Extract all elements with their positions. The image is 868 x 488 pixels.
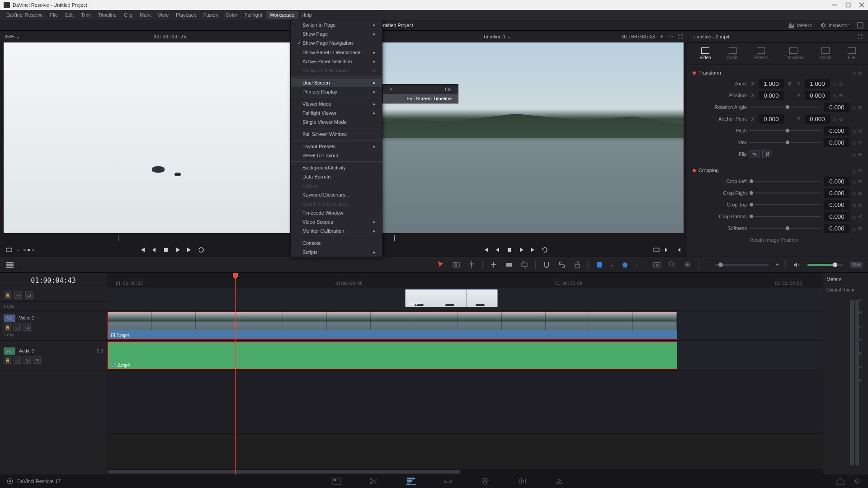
timeline-ruler[interactable]: 01:00:00:0001:00:08:0001:00:16:0001:00:2… <box>107 273 823 288</box>
zoom-out-button[interactable]: − <box>705 262 708 268</box>
track-enable-icon[interactable]: ▢ <box>24 324 31 331</box>
menu-item-layout-presets[interactable]: Layout Presets▸ <box>291 142 382 151</box>
track-enable-icon[interactable]: ▢ <box>25 291 33 299</box>
custom-zoom-button[interactable] <box>683 260 692 269</box>
source-scrubber[interactable] <box>4 235 340 241</box>
keyframe-diamond-icon[interactable]: ◇ <box>833 93 837 98</box>
cut-page-button[interactable] <box>369 477 379 485</box>
menu-item-monitor-calibration[interactable]: Monitor Calibration▸ <box>291 226 382 235</box>
menu-item-single-viewer-mode[interactable]: Single Viewer Mode <box>291 117 382 127</box>
reset-icon[interactable]: ⟲ <box>858 105 863 109</box>
menu-workspace[interactable]: Workspace <box>266 11 298 19</box>
fairlight-page-button[interactable] <box>517 477 527 485</box>
mute-button[interactable]: M <box>33 357 41 364</box>
menu-item-scripts[interactable]: Scripts▸ <box>291 248 382 257</box>
menu-mark[interactable]: Mark <box>136 11 154 19</box>
menu-item-fairlight-viewer[interactable]: Fairlight Viewer▸ <box>291 108 382 117</box>
keyframe-diamond-icon[interactable]: ◇ <box>833 117 837 121</box>
crop-left-input[interactable] <box>824 177 849 186</box>
loop-button[interactable] <box>541 246 548 253</box>
menu-item-console[interactable]: Console <box>291 239 382 248</box>
first-frame-button[interactable] <box>139 246 146 253</box>
program-timeline-name[interactable]: Timeline 1 ⌄ <box>483 34 511 40</box>
selection-tool[interactable] <box>436 260 445 269</box>
zoom-x-input[interactable] <box>759 79 784 89</box>
menu-help[interactable]: Help <box>298 11 316 19</box>
a1-lane[interactable]: 🔊 2.mp4 <box>107 341 823 371</box>
edit-page-button[interactable] <box>406 477 416 485</box>
enable-dot-icon[interactable] <box>693 169 696 172</box>
menu-item-dual-screen[interactable]: Dual Screen▸ <box>291 78 382 87</box>
keyframe-diamond-icon[interactable]: ◇ <box>852 152 857 156</box>
menu-playback[interactable]: Playback <box>172 11 200 19</box>
menu-fusion[interactable]: Fusion <box>200 11 222 19</box>
stop-button[interactable] <box>506 246 513 253</box>
link-icon[interactable] <box>787 80 793 87</box>
reset-icon[interactable]: ⟲ <box>858 202 863 207</box>
source-canvas[interactable] <box>4 42 340 233</box>
keyframe-diamond-icon[interactable]: ◇ <box>852 191 857 195</box>
reset-icon[interactable]: ⟲ <box>858 179 863 183</box>
snapping-toggle[interactable] <box>542 260 551 269</box>
v1-clip[interactable]: 🎞 2.mp4 <box>108 312 677 339</box>
keyframe-diamond-icon[interactable]: ◇ <box>852 214 857 219</box>
inspector-toggle[interactable]: Inspector <box>820 22 849 28</box>
project-settings-button[interactable] <box>852 477 862 485</box>
reset-icon[interactable]: ⟲ <box>839 117 843 121</box>
reset-icon[interactable]: ⟲ <box>858 70 863 75</box>
deliver-page-button[interactable] <box>554 477 564 485</box>
menu-item-viewer-mode[interactable]: Viewer Mode▸ <box>291 99 382 108</box>
media-page-button[interactable] <box>332 477 342 485</box>
zoom-in-button[interactable]: + <box>775 262 778 268</box>
keyframe-diamond-icon[interactable]: ◇ <box>852 70 857 75</box>
v1-lane[interactable]: 🎞 2.mp4 <box>107 311 823 341</box>
program-scrubber[interactable] <box>347 235 684 241</box>
rotation-input[interactable] <box>824 103 849 112</box>
menu-item-show-page-navigation[interactable]: ✓Show Page Navigation <box>291 38 382 48</box>
menu-item-full-screen-window[interactable]: Full Screen Window <box>291 130 382 139</box>
submenu-item-full-screen-timeline[interactable]: Full Screen Timeline <box>383 94 458 103</box>
menu-timeline[interactable]: Timeline <box>94 11 120 19</box>
v1-badge[interactable]: V1 <box>4 314 15 322</box>
reset-icon[interactable]: ⟲ <box>858 168 863 173</box>
keyframe-diamond-icon[interactable]: ◇ <box>852 105 857 109</box>
rotation-slider[interactable] <box>750 107 821 108</box>
inspector-tab-file[interactable]: File <box>848 47 856 60</box>
keyframe-diamond-icon[interactable]: ◇ <box>852 128 857 133</box>
marker-button[interactable] <box>620 260 629 269</box>
reset-icon[interactable]: ⟲ <box>839 93 843 98</box>
menu-item-timecode-window[interactable]: Timecode Window <box>291 208 382 217</box>
track-auto-select-icon[interactable]: ▭ <box>14 324 21 331</box>
stop-button[interactable] <box>162 246 170 253</box>
floating-clip[interactable]: 3.mp4 <box>405 289 498 307</box>
inspector-expand-icon[interactable]: ⛶ <box>858 34 863 39</box>
keyframe-diamond-icon[interactable]: ◇ <box>852 202 857 207</box>
inspector-tab-image[interactable]: Image <box>819 47 832 60</box>
pitch-input[interactable] <box>824 126 849 136</box>
prev-frame-button[interactable] <box>151 246 158 253</box>
source-dots[interactable] <box>24 249 34 251</box>
track-auto-select-icon[interactable]: ▭ <box>14 291 22 299</box>
solo-button[interactable]: S <box>24 357 31 364</box>
crop-bottom-input[interactable] <box>824 212 849 221</box>
ellipsis-icon[interactable]: ⋯ <box>668 34 673 40</box>
menu-file[interactable]: File <box>47 11 62 19</box>
match-frame-button[interactable] <box>653 246 660 253</box>
a1-badge[interactable]: A1 <box>4 347 15 355</box>
menu-item-show-panel-in-workspace[interactable]: Show Panel in Workspace▸ <box>291 48 382 57</box>
track-lock-icon[interactable]: 🔒 <box>4 291 11 299</box>
blade-tool[interactable] <box>467 260 476 269</box>
menu-item-video-scopes[interactable]: Video Scopes▸ <box>291 217 382 226</box>
flip-v-button[interactable]: ⇵ <box>762 150 772 158</box>
anchor-x-input[interactable] <box>759 114 784 124</box>
menu-item-reset-ui-layout[interactable]: Reset UI Layout <box>291 151 382 160</box>
loop-button[interactable] <box>198 246 205 253</box>
track-lock-icon[interactable]: 🔒 <box>4 357 11 364</box>
maximize-button[interactable] <box>845 2 851 8</box>
menu-item-active-panel-selection[interactable]: Active Panel Selection▸ <box>291 57 382 66</box>
insert-clip-button[interactable] <box>489 260 498 269</box>
menu-item-primary-display[interactable]: Primary Display▸ <box>291 87 382 96</box>
zoom-y-input[interactable] <box>805 79 830 89</box>
menu-fairlight[interactable]: Fairlight <box>241 11 266 19</box>
crop-bottom-slider[interactable] <box>750 216 821 217</box>
